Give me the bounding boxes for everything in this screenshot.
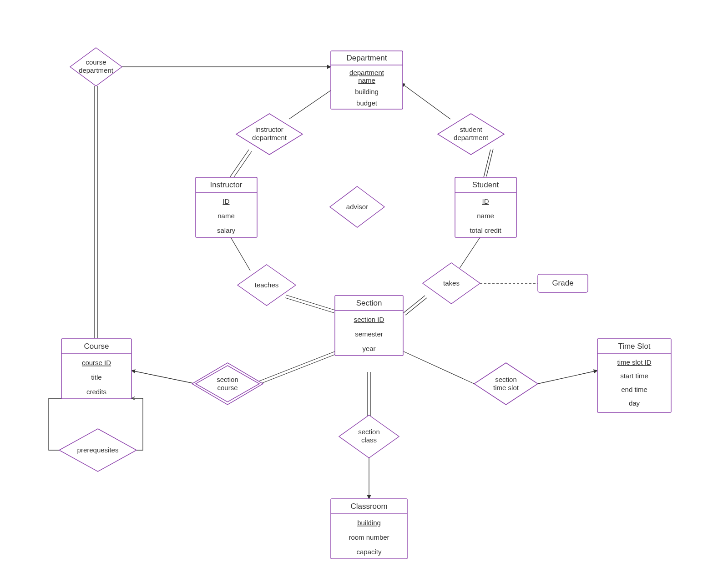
svg-text:department: department [79,66,114,74]
entity-classroom-attr0: building [357,519,381,527]
svg-text:class: class [361,436,377,444]
edge-instdept-to-instructor-a [230,150,249,177]
edge-prereq-right [125,398,143,450]
entity-timeslot: Time Slot time slot ID start time end ti… [597,339,671,412]
entity-instructor-title: Instructor [210,181,243,189]
rel-advisor: advisor [330,186,384,227]
svg-text:department: department [454,134,489,141]
svg-text:prerequesites: prerequesites [77,446,119,454]
svg-text:section: section [217,376,238,383]
svg-text:department: department [252,134,287,141]
rel-section-timeslot-label1: section [495,376,517,383]
entity-student-attr1: name [477,212,494,220]
edge-takes-to-section-b [405,298,427,315]
svg-text:course: course [217,384,238,391]
entity-instructor-attr2: salary [217,226,236,234]
entity-section-attr1: semester [355,330,383,338]
edge-prereq-left [49,398,71,450]
svg-text:course: course [86,58,106,66]
entity-instructor-attr1: name [217,212,235,220]
entity-section-attr0: section ID [354,316,384,323]
entity-course-title: Course [84,342,109,351]
rel-prerequisites: prerequesites [59,429,136,472]
entity-course: Course course ID title credits [61,339,131,399]
rel-student-department-label2: department [454,134,489,141]
rel-instructor-department-label2: department [252,134,287,141]
entity-timeslot-attr3: day [629,399,640,407]
er-diagram: course department instructor department … [0,0,728,582]
edge-seccourse-to-section-b [260,354,336,384]
rel-prerequisites-label: prerequesites [77,446,119,454]
edge-studdept-to-department [401,83,450,119]
edge-takes-to-section-a [404,296,425,313]
entity-student: Student ID name total credit [455,177,516,237]
entity-course-attr1: title [91,373,101,381]
rel-course-department-label2: department [79,66,114,74]
entity-grade-title: Grade [552,279,573,287]
entity-classroom: Classroom building room number capacity [331,499,407,559]
rel-course-department-label1: course [86,58,106,66]
entity-section: Section section ID semester year [335,296,403,356]
svg-text:time slot: time slot [493,384,519,391]
edge-sectime-to-timeslot [538,371,597,384]
edge-teaches-to-section-b [286,295,335,310]
rel-section-course-label1: section [217,376,238,383]
svg-text:section: section [358,428,380,436]
rel-teaches-label: teaches [255,281,279,289]
entity-timeslot-attr2: end time [621,386,647,393]
entity-classroom-attr1: room number [349,533,389,541]
rel-student-department-label1: student [460,125,482,133]
svg-text:advisor: advisor [346,203,368,211]
rel-section-timeslot: section time slot [474,363,538,405]
rel-section-class-label1: section [358,428,380,436]
svg-text:name: name [358,76,375,84]
entity-course-attr0: course ID [82,359,111,366]
entity-section-attr2: year [362,345,375,352]
entity-grade: Grade [538,274,588,292]
entity-section-title: Section [356,299,382,307]
edge-instdept-to-instructor-b [233,151,252,179]
rel-student-department: student department [438,114,504,155]
entity-student-attr0: ID [482,197,489,205]
entity-instructor-attr0: ID [223,197,230,205]
edge-teaches-to-instructor [231,237,250,271]
entity-student-attr2: total credit [470,226,501,234]
entity-department-title: Department [347,54,387,62]
entity-timeslot-attr1: start time [620,372,648,380]
edge-teaches-to-section-a [285,298,334,313]
entity-department-attr0-l2: name [358,76,375,84]
entity-timeslot-title: Time Slot [618,342,650,351]
edge-takes-to-student [460,237,480,268]
entity-student-title: Student [472,181,499,189]
entity-timeslot-attr0: time slot ID [617,358,651,366]
rel-takes: takes [423,263,480,304]
rel-section-timeslot-label2: time slot [493,384,519,391]
svg-text:takes: takes [443,279,460,287]
svg-text:instructor: instructor [255,125,283,133]
edge-seccourse-to-section-a [259,351,335,381]
rel-advisor-label: advisor [346,203,368,211]
edge-sectime-to-section [404,351,474,384]
rel-section-course-label2: course [217,384,238,391]
edge-seccourse-to-course [131,371,196,384]
rel-instructor-department-label1: instructor [255,125,283,133]
entity-classroom-attr2: capacity [356,548,382,556]
rel-instructor-department: instructor department [236,114,303,155]
rel-section-class-label2: class [361,436,377,444]
svg-text:department: department [349,69,384,76]
rel-section-class: section class [339,415,399,458]
rel-course-department: course department [70,48,122,86]
entity-department-attr2: budget [356,99,378,107]
rel-section-course: section course [192,363,263,405]
svg-text:teaches: teaches [255,281,279,289]
rel-takes-label: takes [443,279,460,287]
entity-department-attr0-l1: department [349,69,384,76]
entity-department: Department department name building budg… [331,51,403,109]
entity-classroom-title: Classroom [350,502,387,511]
entity-course-attr2: credits [86,388,106,396]
svg-text:section: section [495,376,517,383]
entity-instructor: Instructor ID name salary [196,177,257,237]
entity-department-attr1: building [355,88,379,95]
svg-text:student: student [460,125,482,133]
rel-teaches: teaches [238,265,296,306]
